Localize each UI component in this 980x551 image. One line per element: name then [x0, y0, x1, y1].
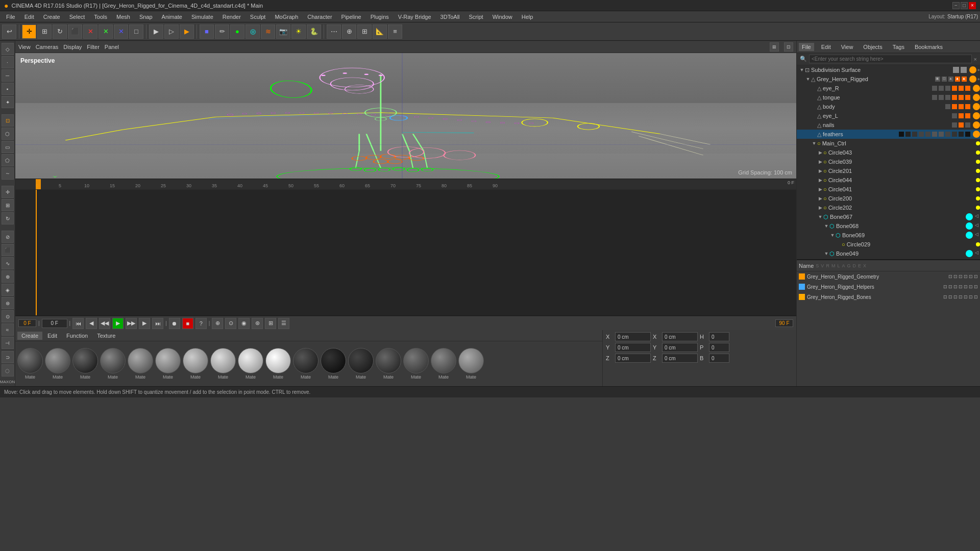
- material-16[interactable]: Mate: [431, 348, 456, 380]
- y-size[interactable]: [662, 343, 698, 352]
- tool-move2[interactable]: ✛: [2, 186, 14, 198]
- material-1[interactable]: Mate: [17, 348, 43, 380]
- tab-texture[interactable]: Texture: [93, 332, 119, 340]
- tool-object[interactable]: ◇: [2, 43, 14, 55]
- prev-frame-btn[interactable]: ◀: [86, 318, 97, 329]
- tool-bevel[interactable]: ◈: [2, 284, 14, 296]
- material-7[interactable]: Mate: [183, 348, 208, 380]
- material-8[interactable]: Mate: [210, 348, 236, 380]
- toolbar-y[interactable]: ✕: [99, 24, 113, 39]
- tree-circle041[interactable]: ▶ ○ Circle041: [797, 185, 980, 194]
- om-tab-bookmarks[interactable]: Bookmarks: [912, 43, 946, 51]
- menu-render[interactable]: Render: [218, 13, 245, 21]
- toolbar-more1[interactable]: ≡: [388, 24, 402, 39]
- menu-script[interactable]: Script: [465, 13, 487, 21]
- motion-btn5[interactable]: ⊞: [265, 318, 276, 329]
- tool-point[interactable]: ·: [2, 56, 14, 68]
- menu-tools[interactable]: Tools: [90, 13, 111, 21]
- tree-bone049[interactable]: ▼ ⬡ Bone049 ◁: [797, 249, 980, 258]
- material-9[interactable]: Mate: [238, 348, 263, 380]
- tree-bone067[interactable]: ▼ ⬡ Bone067 ◁: [797, 212, 980, 221]
- toolbar-move[interactable]: ✛: [22, 24, 36, 39]
- tool-rotate2[interactable]: ↻: [2, 212, 14, 224]
- scene-row-helpers[interactable]: Grey_Heron_Rigged_Helpers ⊡ ⊡ ⊡ ⊡ ⊡ ⊡ ⊡: [797, 282, 980, 292]
- help-btn[interactable]: ?: [195, 318, 207, 329]
- play-forward-btn[interactable]: ▶▶: [126, 318, 137, 329]
- menu-window[interactable]: Window: [488, 13, 517, 21]
- menu-edit[interactable]: Edit: [20, 13, 38, 21]
- om-tab-file[interactable]: File: [799, 43, 814, 51]
- toolbar-render-view[interactable]: ▷: [164, 24, 179, 39]
- motion-btn2[interactable]: ⊙: [225, 318, 236, 329]
- material-5[interactable]: Mate: [128, 348, 153, 380]
- toolbar-spline[interactable]: ◎: [246, 24, 260, 39]
- tool-polygon[interactable]: ▪: [2, 83, 14, 95]
- minimize-button[interactable]: −: [952, 2, 960, 9]
- y-input[interactable]: [615, 343, 651, 352]
- tree-feathers[interactable]: ▶ △ feathers: [797, 130, 980, 139]
- vp-menu-display[interactable]: Display: [63, 44, 82, 50]
- om-tab-objects[interactable]: Objects: [860, 43, 885, 51]
- tool-poly-sel[interactable]: ⬠: [2, 154, 14, 166]
- menu-3dtoall[interactable]: 3DToAll: [436, 13, 464, 21]
- toolbar-soft-sel[interactable]: ⋯: [327, 24, 341, 39]
- tree-bone050[interactable]: ▶ ⬡ Bone050 ◁: [797, 258, 980, 259]
- tool-live-sel[interactable]: ⬡: [2, 128, 14, 140]
- stop-btn[interactable]: ■: [182, 318, 193, 329]
- tree-eye-l[interactable]: ▶ △ eye_L: [797, 111, 980, 120]
- vp-menu-filter[interactable]: Filter: [87, 44, 99, 50]
- toolbar-x[interactable]: ✕: [83, 24, 97, 39]
- material-13[interactable]: Mate: [348, 348, 374, 380]
- material-12[interactable]: Mate: [321, 348, 346, 380]
- material-4[interactable]: Mate: [100, 348, 126, 380]
- tree-subdivision-surface[interactable]: ▼ ⊡ Subdivision Surface ●: [797, 65, 980, 74]
- z-size[interactable]: [662, 354, 698, 363]
- material-11[interactable]: Mate: [293, 348, 318, 380]
- tool-bridge[interactable]: ∿: [2, 257, 14, 269]
- toolbar-measure[interactable]: 📐: [373, 24, 387, 39]
- tree-grey-heron-rigged[interactable]: ▼ △ Grey_Heron_Rigged ▣ ⊡ ▲ ▲ ▲ ●: [797, 74, 980, 84]
- search-close-icon[interactable]: ×: [974, 56, 977, 62]
- object-search-input[interactable]: [809, 55, 972, 63]
- toolbar-scale[interactable]: ⊞: [37, 24, 52, 39]
- toolbar-rotate[interactable]: ↻: [53, 24, 67, 39]
- goto-end-btn[interactable]: ⏭: [152, 318, 163, 329]
- tree-nails[interactable]: ▶ △ nails: [797, 120, 980, 130]
- toolbar-pen[interactable]: ✏: [215, 24, 229, 39]
- material-14[interactable]: Mate: [376, 348, 401, 380]
- scene-tab-name[interactable]: Name: [799, 263, 814, 269]
- tab-edit[interactable]: Edit: [43, 332, 61, 340]
- toolbar-brush[interactable]: ●: [230, 24, 244, 39]
- tool-deformer[interactable]: ⊃: [2, 351, 14, 363]
- tool-weld[interactable]: ⊕: [2, 270, 14, 283]
- menu-pipeline[interactable]: Pipeline: [337, 13, 365, 21]
- window-controls[interactable]: − □ ×: [952, 2, 976, 9]
- toolbar-light[interactable]: ☀: [291, 24, 306, 39]
- om-tab-edit[interactable]: Edit: [818, 43, 834, 51]
- tab-function[interactable]: Function: [62, 332, 92, 340]
- toolbar-render[interactable]: ▶: [180, 24, 194, 39]
- record-btn[interactable]: ⏺: [169, 318, 180, 329]
- tool-magnet[interactable]: ⊛: [2, 297, 14, 309]
- toolbar-render-region[interactable]: ▶: [149, 24, 163, 39]
- tool-edge[interactable]: ─: [2, 69, 14, 82]
- tree-circle200[interactable]: ▶ ○ Circle200: [797, 194, 980, 203]
- goto-start-btn[interactable]: ⏮: [72, 318, 84, 329]
- vp-layout-btn1[interactable]: ⊞: [770, 42, 779, 52]
- tree-circle039[interactable]: ▶ ○ Circle039: [797, 157, 980, 166]
- close-button[interactable]: ×: [969, 2, 976, 9]
- om-tab-view[interactable]: View: [838, 43, 856, 51]
- toolbar-z[interactable]: ✕: [114, 24, 128, 39]
- next-frame-btn[interactable]: ▶: [139, 318, 150, 329]
- menu-file[interactable]: File: [2, 13, 19, 21]
- material-15[interactable]: Mate: [403, 348, 429, 380]
- p-input[interactable]: [709, 343, 729, 352]
- menu-create[interactable]: Create: [39, 13, 64, 21]
- toolbar-cube[interactable]: ■: [200, 24, 214, 39]
- tab-create[interactable]: Create: [17, 332, 42, 340]
- menu-sculpt[interactable]: Sculpt: [246, 13, 270, 21]
- tool-knife[interactable]: ⊘: [2, 231, 14, 243]
- tool-tweak[interactable]: ✦: [2, 96, 14, 108]
- x-size[interactable]: [662, 332, 698, 341]
- tree-bone068[interactable]: ▼ ⬡ Bone068 ◁: [797, 221, 980, 231]
